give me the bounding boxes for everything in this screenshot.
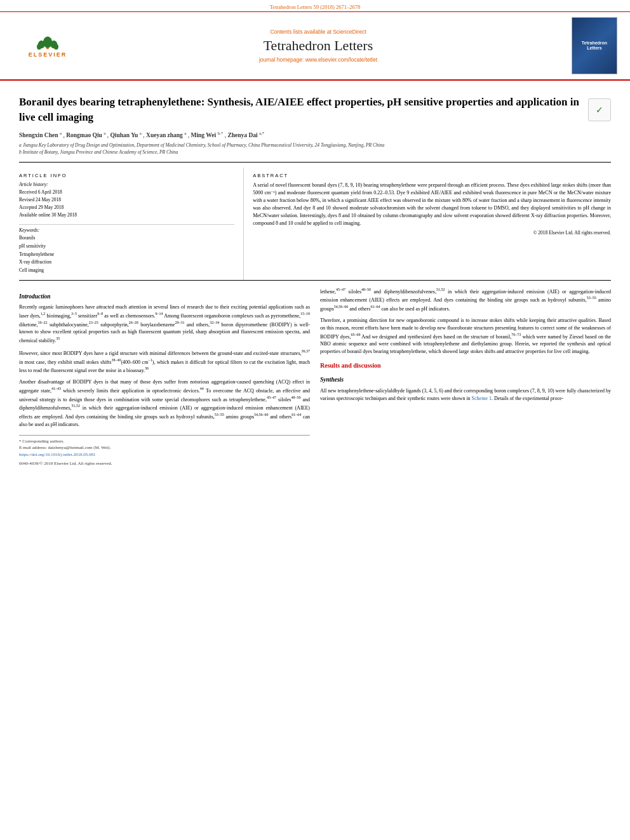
abstract-column: ABSTRACT A serial of novel fluorescent b… (244, 168, 611, 280)
keyword-tpe: Tetraphenylethene (19, 251, 234, 259)
elsevier-logo-area: ELSEVIER (13, 34, 83, 58)
elsevier-tree-icon (32, 34, 64, 50)
issn-copyright: 0040-4039/© 2018 Elsevier Ltd. All right… (19, 460, 310, 467)
keyword-boranils: Boranils (19, 234, 234, 243)
keyword-xray: X-ray diffraction (19, 258, 234, 267)
doi-link[interactable]: https://doi.org/10.1016/j.tetlet.2018.05… (19, 451, 310, 458)
article-title-text-area: Boranil dyes bearing tetraphenylethene: … (19, 95, 582, 156)
results-discussion-title: Results and discussion (320, 361, 611, 370)
keyword-cell: Cell imaging (19, 267, 234, 275)
article-info-column: ARTICLE INFO Article history: Received 6… (19, 168, 244, 280)
synthesis-text: All new tetraphenylethene-salicylaldhyde… (320, 387, 611, 403)
divider (19, 224, 234, 225)
author-ming: Ming Wei (191, 132, 216, 138)
science-direct-link[interactable]: ScienceDirect (333, 29, 366, 35)
keywords-section: Keywords: Boranils pH sensitivity Tetrap… (19, 227, 234, 275)
footnote-area: * Corresponding authors. E-mail address:… (19, 435, 310, 467)
homepage-text: journal homepage: www.elsevier.com/locat… (259, 57, 377, 63)
right-col-therefore: Therefore, a promising direction for new… (320, 317, 611, 356)
article-info-abstract-section: ARTICLE INFO Article history: Received 6… (19, 168, 611, 281)
intro-p3: Another disadvantage of BODIPY dyes is t… (19, 378, 310, 429)
received-date: Received 6 April 2018 (19, 189, 234, 196)
keywords-list: Boranils pH sensitivity Tetraphenylethen… (19, 234, 234, 275)
revised-date: Revised 24 May 2018 (19, 196, 234, 204)
affiliation-a: a Jiangsu Key Laboratory of Drug Design … (19, 142, 582, 149)
corresponding-author-note: * Corresponding authors. (19, 438, 310, 445)
elsevier-brand-text: ELSEVIER (29, 51, 67, 58)
journal-citation-text: Tetrahedron Letters 59 (2018) 2671–2678 (270, 4, 360, 10)
svg-point-4 (37, 44, 41, 50)
article-title-section: Boranil dyes bearing tetraphenylethene: … (19, 88, 611, 163)
journal-title: Tetrahedron Letters (83, 37, 554, 54)
synthesis-subtitle: Synthesis (320, 375, 611, 384)
body-right-column: lethene,45–47 siloles48–50 and diphenyld… (320, 287, 611, 467)
author-shengxin: Shengxin Chen (19, 132, 58, 138)
introduction-title: Introduction (19, 292, 310, 301)
journal-header-center: Contents lists available at ScienceDirec… (83, 29, 554, 63)
elsevier-logo: ELSEVIER (19, 34, 76, 58)
keyword-ph: pH sensitivity (19, 243, 234, 251)
history-label: Article history: (19, 182, 234, 187)
intro-p2: However, since most BODIPY dyes have a r… (19, 349, 310, 375)
author-zhenya: Zhenya Dai (227, 132, 257, 138)
body-content: Introduction Recently organic luminophor… (19, 287, 611, 467)
science-direct-line: Contents lists available at ScienceDirec… (83, 29, 554, 35)
authors-line: Shengxin Chen a , Rongmao Qiu a , Qiuhan… (19, 130, 582, 140)
main-content-area: Boranil dyes bearing tetraphenylethene: … (0, 81, 630, 475)
journal-homepage-line: journal homepage: www.elsevier.com/locat… (83, 57, 554, 63)
cover-title-text: Tetrahedron Letters (582, 41, 607, 51)
body-left-column: Introduction Recently organic luminophor… (19, 287, 310, 467)
available-date: Available online 30 May 2018 (19, 211, 234, 219)
affiliation-b: b Institute of Botany, Jiangsu Province … (19, 149, 582, 156)
accepted-date: Accepted 29 May 2018 (19, 204, 234, 211)
svg-point-5 (54, 44, 58, 50)
article-info-header: ARTICLE INFO (19, 173, 234, 178)
right-col-continue: lethene,45–47 siloles48–50 and diphenyld… (320, 287, 611, 313)
author-xueyan: Xueyan zhang (146, 132, 183, 138)
email-note: E-mail address: daizhenya@hotmail.com (M… (19, 444, 310, 451)
author-rongmao: Rongmao Qiu (66, 132, 102, 138)
journal-header: ELSEVIER Contents lists available at Sci… (0, 12, 630, 81)
journal-citation-line: Tetrahedron Letters 59 (2018) 2671–2678 (0, 0, 630, 12)
abstract-copyright: © 2018 Elsevier Ltd. All rights reserved… (253, 230, 611, 236)
journal-cover-image: Tetrahedron Letters (572, 17, 617, 74)
scheme1-link[interactable]: Scheme 1 (472, 396, 492, 401)
keywords-label: Keywords: (19, 227, 234, 233)
intro-p1: Recently organic luminophores have attra… (19, 303, 310, 345)
contents-available-text: Contents lists available at (270, 29, 331, 35)
abstract-text: A serial of novel fluorescent boranil dy… (253, 182, 611, 227)
affiliations: a Jiangsu Key Laboratory of Drug Design … (19, 142, 582, 156)
journal-cover-area: Tetrahedron Letters (554, 17, 617, 74)
article-title: Boranil dyes bearing tetraphenylethene: … (19, 95, 582, 125)
abstract-header: ABSTRACT (253, 173, 611, 178)
author-qiuhan: Qiuhan Yu (110, 132, 138, 138)
check-for-updates-badge[interactable]: ✓ (588, 98, 611, 121)
article-history: Article history: Received 6 April 2018 R… (19, 182, 234, 219)
